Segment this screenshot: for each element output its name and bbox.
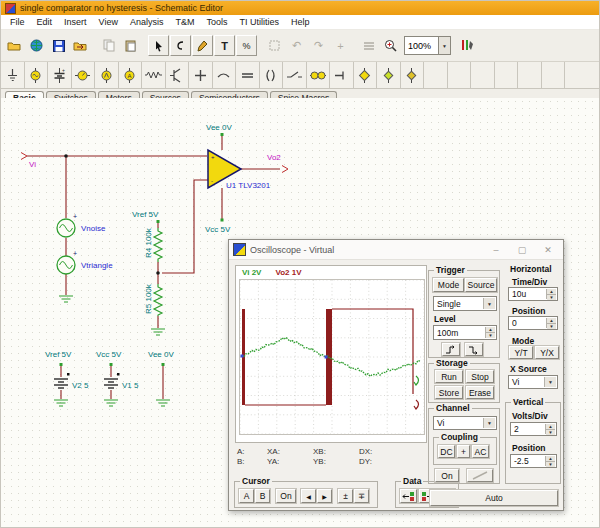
channel-on-button[interactable]: On [435, 469, 459, 482]
ammeter-component-button[interactable]: A [119, 62, 143, 88]
coupling-zero-button[interactable]: + [457, 445, 470, 458]
zoom-tool-button[interactable] [380, 35, 401, 56]
trigger-mode-button[interactable]: Mode [433, 278, 464, 292]
ground-component-button[interactable] [1, 62, 25, 88]
storage-store-button[interactable]: Store [435, 386, 463, 399]
generator-component-button[interactable] [95, 62, 119, 88]
cursor-up-down-button[interactable]: ± [338, 489, 353, 503]
vo2-port[interactable]: Vo2 [267, 153, 288, 173]
resistor-r5[interactable]: R5 100k [144, 283, 162, 316]
copy-button[interactable] [98, 35, 119, 56]
menu-tm[interactable]: T&M [169, 17, 200, 27]
cursor-down-up-button[interactable]: ∓ [354, 489, 369, 503]
node-component-button[interactable] [189, 62, 213, 88]
vertical-position-spin-buttons[interactable]: ▲▼ [545, 456, 555, 466]
time-div-spinner[interactable]: 10u ▲▼ [508, 287, 558, 301]
text-tool-button[interactable]: T [214, 35, 235, 56]
resistor-component-button[interactable] [142, 62, 166, 88]
menu-view[interactable]: View [93, 17, 124, 27]
undo-button[interactable]: ↶ [286, 35, 307, 56]
battery-v1[interactable]: V1 5 [104, 373, 139, 390]
volts-div-spin-buttons[interactable]: ▲▼ [545, 424, 555, 434]
storage-stop-button[interactable]: Stop [466, 370, 494, 383]
menu-tools[interactable]: Tools [200, 17, 233, 27]
volts-div-spinner[interactable]: 2 ▲▼ [510, 422, 557, 436]
cut-button[interactable] [264, 35, 285, 56]
app-titlebar[interactable]: single comparator no hysteresis - Schema… [1, 1, 599, 15]
cursor-b-button[interactable]: B [255, 489, 270, 503]
channel-dropdown[interactable]: Vi ▼ [433, 416, 497, 430]
save-button[interactable] [48, 35, 69, 56]
cursor-left-button[interactable]: ◀ [301, 489, 316, 503]
optocoupler-component-button[interactable] [307, 62, 331, 88]
transistor-component-button[interactable] [166, 62, 190, 88]
trigger-rising-edge-button[interactable] [442, 343, 460, 356]
cursor-right-button[interactable]: ▶ [317, 489, 332, 503]
web-button[interactable] [26, 35, 47, 56]
vi-port[interactable]: Vi [21, 153, 36, 170]
probe-component-button[interactable] [330, 62, 354, 88]
horizontal-position-spin-buttons[interactable]: ▲▼ [546, 318, 556, 328]
channel-slope-button[interactable] [467, 469, 493, 482]
cursor-dot[interactable] [325, 356, 328, 359]
scope-plot-area[interactable] [239, 279, 425, 435]
spin-down-icon[interactable]: ▼ [546, 462, 555, 467]
time-div-spin-buttons[interactable]: ▲▼ [546, 289, 556, 299]
grid-list-button[interactable] [358, 35, 379, 56]
trigger-mode-dropdown[interactable]: Single ▼ [433, 296, 497, 311]
cursor-markers[interactable] [241, 355, 328, 359]
diode-component-button[interactable] [377, 62, 401, 88]
arc-component-button[interactable] [213, 62, 237, 88]
switch-component-button[interactable] [283, 62, 307, 88]
spin-down-icon[interactable]: ▼ [486, 333, 495, 338]
spin-down-icon[interactable]: ▼ [547, 295, 556, 300]
auto-button[interactable]: Auto [430, 490, 558, 506]
coupling-dc-button[interactable]: DC [438, 445, 455, 458]
vnoise-source[interactable]: + Vnoise [57, 213, 106, 237]
storage-run-button[interactable]: Run [435, 370, 463, 383]
macro-tool-button[interactable]: % [236, 35, 257, 56]
mode-yx-button[interactable]: Y/X [535, 346, 559, 359]
transformer-component-button[interactable] [260, 62, 284, 88]
battery-v2[interactable]: V2 5 [54, 373, 89, 390]
vtriangle-source[interactable]: + Vtriangle [57, 250, 113, 274]
capacitor-component-button[interactable] [236, 62, 260, 88]
move-button[interactable]: + [330, 35, 351, 56]
zener-component-button[interactable] [401, 62, 425, 88]
trigger-source-button[interactable]: Source [465, 278, 497, 292]
trigger-dropdown-arrow-icon[interactable]: ▼ [483, 298, 495, 309]
minimize-button[interactable]: – [485, 242, 507, 258]
x-source-dropdown[interactable]: Vi ▼ [508, 375, 558, 389]
open-file-button[interactable] [4, 35, 25, 56]
cursor-a-button[interactable]: A [239, 489, 254, 503]
zoom-dropdown-arrow-icon[interactable]: ▼ [438, 37, 450, 54]
spin-down-icon[interactable]: ▼ [547, 324, 556, 329]
scope-titlebar[interactable]: Oscilloscope - Virtual – ▢ ✕ [229, 240, 563, 260]
select-tool-button[interactable] [148, 35, 169, 56]
menu-help[interactable]: Help [285, 17, 316, 27]
cursor-on-button[interactable]: On [276, 489, 296, 503]
storage-erase-button[interactable]: Erase [466, 386, 494, 399]
paste-button[interactable] [120, 35, 141, 56]
cursor-dot[interactable] [241, 355, 244, 358]
menu-analysis[interactable]: Analysis [124, 17, 170, 27]
maximize-button[interactable]: ▢ [511, 242, 533, 258]
battery-component-button[interactable]: + [48, 62, 72, 88]
resistor-r4[interactable]: R4 100k [144, 227, 162, 262]
horizontal-position-spinner[interactable]: 0 ▲▼ [508, 316, 558, 330]
menu-edit[interactable]: Edit [31, 17, 59, 27]
wire-tool-button[interactable] [170, 35, 191, 56]
trigger-falling-edge-button[interactable] [465, 343, 483, 356]
zoom-level-combo[interactable]: 100% ▼ [404, 36, 451, 55]
spin-down-icon[interactable]: ▼ [546, 430, 555, 435]
trigger-level-spinner[interactable]: 100m ▲▼ [433, 325, 497, 340]
voltage-source-component-button[interactable] [25, 62, 49, 88]
menu-file[interactable]: File [4, 17, 31, 27]
x-source-dropdown-arrow-icon[interactable]: ▼ [544, 377, 556, 387]
channel-dropdown-arrow-icon[interactable]: ▼ [483, 418, 495, 428]
data-import-button[interactable] [400, 489, 417, 503]
interactive-mode-button[interactable] [456, 35, 477, 56]
opamp-u1[interactable]: + - U1 TLV3201 [208, 150, 271, 190]
draw-tool-button[interactable] [192, 35, 213, 56]
menu-ti-utilities[interactable]: TI Utilities [233, 17, 285, 27]
